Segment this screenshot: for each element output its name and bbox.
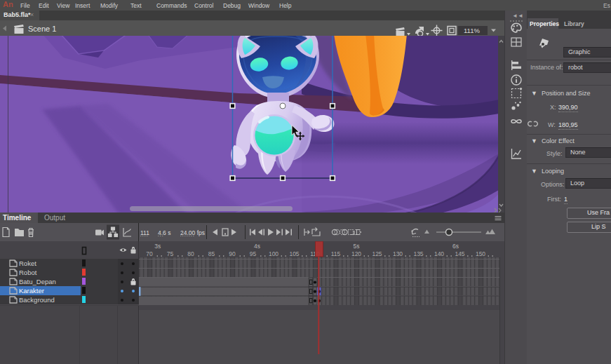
svg-text:5s: 5s: [354, 243, 360, 250]
svg-text:120: 120: [351, 250, 361, 257]
svg-text:100: 100: [269, 250, 278, 257]
svg-text:6s: 6s: [452, 243, 459, 250]
svg-text:4s: 4s: [254, 243, 260, 250]
svg-text:115: 115: [331, 250, 341, 257]
svg-text:125: 125: [372, 250, 382, 257]
svg-text:111%: 111%: [464, 27, 480, 34]
svg-text:4.6 s: 4.6 s: [158, 229, 170, 236]
svg-text:145: 145: [455, 250, 464, 257]
svg-text:95: 95: [250, 250, 257, 257]
svg-text:111: 111: [140, 229, 149, 236]
svg-text:130: 130: [393, 250, 403, 257]
svg-text:105: 105: [289, 250, 299, 257]
svg-text:90: 90: [229, 250, 236, 257]
svg-text:85: 85: [208, 250, 215, 257]
svg-text:24.00 fps: 24.00 fps: [180, 229, 205, 236]
svg-text:75: 75: [167, 250, 174, 257]
svg-text:135: 135: [413, 250, 423, 257]
svg-text:140: 140: [434, 250, 444, 257]
svg-text:80: 80: [187, 250, 194, 257]
svg-text:3s: 3s: [154, 243, 161, 250]
svg-text:Scene 1: Scene 1: [28, 25, 56, 33]
svg-text:◄◄: ◄◄: [512, 13, 523, 19]
svg-text:70: 70: [146, 250, 153, 257]
svg-text:150: 150: [476, 250, 485, 257]
